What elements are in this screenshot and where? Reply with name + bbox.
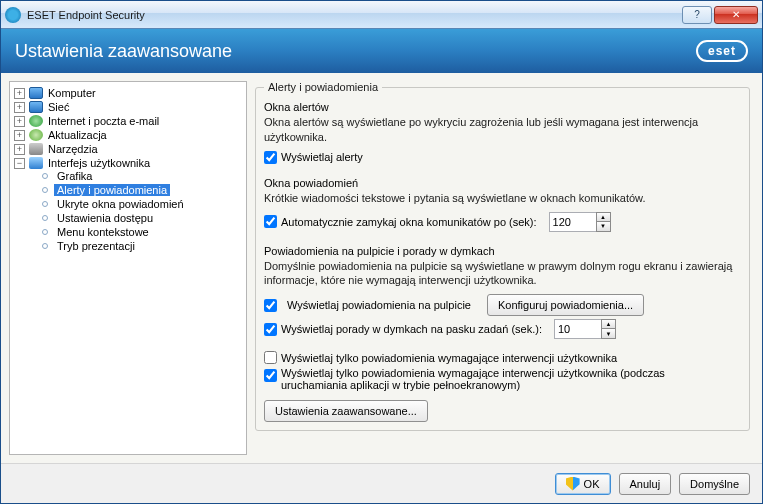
desc-desktop: Domyślnie powiadomienia na pulpicie są w… (264, 259, 741, 289)
dot-icon (42, 201, 48, 207)
dot-icon (42, 229, 48, 235)
dot-icon (42, 187, 48, 193)
row-desktop-notif: Wyświetlaj powiadomienia na pulpicie Kon… (264, 294, 741, 316)
checkbox-only-intervention[interactable] (264, 351, 277, 364)
tree-item-siec[interactable]: + Sieć (14, 101, 244, 113)
tree-item-interfejs[interactable]: − Interfejs użytkownika (14, 157, 244, 169)
dot-icon (42, 243, 48, 249)
autoclose-value-input[interactable] (549, 212, 597, 232)
default-button[interactable]: Domyślne (679, 473, 750, 495)
row-only-intervention-fullscreen[interactable]: Wyświetlaj tylko powiadomienia wymagając… (264, 367, 741, 391)
expand-icon[interactable]: + (14, 144, 25, 155)
tree-item-komputer[interactable]: + Komputer (14, 87, 244, 99)
banner-title: Ustawienia zaawansowane (15, 41, 232, 62)
monitor-icon (29, 101, 43, 113)
titlebar: ESET Endpoint Security ? ✕ (1, 1, 762, 29)
balloon-spinner: ▲ ▼ (554, 319, 616, 339)
group-legend: Alerty i powiadomienia (264, 81, 382, 93)
ui-icon (29, 157, 43, 169)
desc-notifications: Krótkie wiadomości tekstowe i pytania są… (264, 191, 741, 206)
balloon-value-input[interactable] (554, 319, 602, 339)
globe-icon (29, 115, 43, 127)
shield-icon (566, 477, 580, 491)
subgroup-title-notifications: Okna powiadomień (264, 177, 741, 189)
checkbox-only-intervention-fullscreen[interactable] (264, 369, 277, 382)
expand-icon[interactable]: + (14, 116, 25, 127)
autoclose-spinner: ▲ ▼ (549, 212, 611, 232)
tree-subitem-prezentacji[interactable]: Tryb prezentacji (30, 240, 244, 252)
tree-item-aktualizacja[interactable]: + Aktualizacja (14, 129, 244, 141)
monitor-icon (29, 87, 43, 99)
expand-icon[interactable]: + (14, 102, 25, 113)
autoclose-down[interactable]: ▼ (596, 222, 611, 232)
row-only-intervention[interactable]: Wyświetlaj tylko powiadomienia wymagając… (264, 351, 741, 364)
tools-icon (29, 143, 43, 155)
collapse-icon[interactable]: − (14, 158, 25, 169)
dot-icon (42, 215, 48, 221)
banner: Ustawienia zaawansowane eset (1, 29, 762, 73)
cancel-button[interactable]: Anuluj (619, 473, 672, 495)
checkbox-balloon-tips[interactable] (264, 323, 277, 336)
subgroup-title-desktop: Powiadomienia na pulpicie i porady w dym… (264, 245, 741, 257)
checkbox-display-alerts[interactable] (264, 151, 277, 164)
desc-alerts: Okna alertów są wyświetlane po wykryciu … (264, 115, 741, 145)
configure-notifications-button[interactable]: Konfiguruj powiadomienia... (487, 294, 644, 316)
window-frame: ESET Endpoint Security ? ✕ Ustawienia za… (0, 0, 763, 504)
close-button[interactable]: ✕ (714, 6, 758, 24)
dot-icon (42, 173, 48, 179)
ok-button[interactable]: OK (555, 473, 611, 495)
row-balloon-tips: Wyświetlaj porady w dymkach na pasku zad… (264, 319, 741, 339)
content-pane: Alerty i powiadomienia Okna alertów Okna… (255, 81, 754, 455)
window-title: ESET Endpoint Security (27, 9, 680, 21)
checkbox-autoclose[interactable] (264, 215, 277, 228)
expand-icon[interactable]: + (14, 130, 25, 141)
help-button[interactable]: ? (682, 6, 712, 24)
advanced-settings-button[interactable]: Ustawienia zaawansowane... (264, 400, 428, 422)
tree-subitem-menu[interactable]: Menu kontekstowe (30, 226, 244, 238)
footer: OK Anuluj Domyślne (1, 463, 762, 503)
autoclose-up[interactable]: ▲ (596, 212, 611, 222)
checkbox-desktop-notifications[interactable] (264, 299, 277, 312)
app-icon (5, 7, 21, 23)
balloon-up[interactable]: ▲ (601, 319, 616, 329)
subgroup-title-alerts: Okna alertów (264, 101, 741, 113)
tree-subitem-ukryte[interactable]: Ukryte okna powiadomień (30, 198, 244, 210)
tree-subitem-dostep[interactable]: Ustawienia dostępu (30, 212, 244, 224)
body: + Komputer + Sieć + I (1, 73, 762, 463)
expand-icon[interactable]: + (14, 88, 25, 99)
group-alerts-notifications: Alerty i powiadomienia Okna alertów Okna… (255, 81, 750, 431)
tree-item-narzedzia[interactable]: + Narzędzia (14, 143, 244, 155)
balloon-down[interactable]: ▼ (601, 329, 616, 339)
tree-subitem-grafika[interactable]: Grafika (30, 170, 244, 182)
tree-subitem-alerty[interactable]: Alerty i powiadomienia (30, 184, 244, 196)
checkbox-display-alerts-row[interactable]: Wyświetlaj alerty (264, 151, 741, 164)
brand-logo: eset (696, 40, 748, 62)
tree-pane[interactable]: + Komputer + Sieć + I (9, 81, 247, 455)
tree-item-internet[interactable]: + Internet i poczta e-mail (14, 115, 244, 127)
refresh-icon (29, 129, 43, 141)
row-autoclose: Automatycznie zamykaj okna komunikatów p… (264, 212, 741, 232)
